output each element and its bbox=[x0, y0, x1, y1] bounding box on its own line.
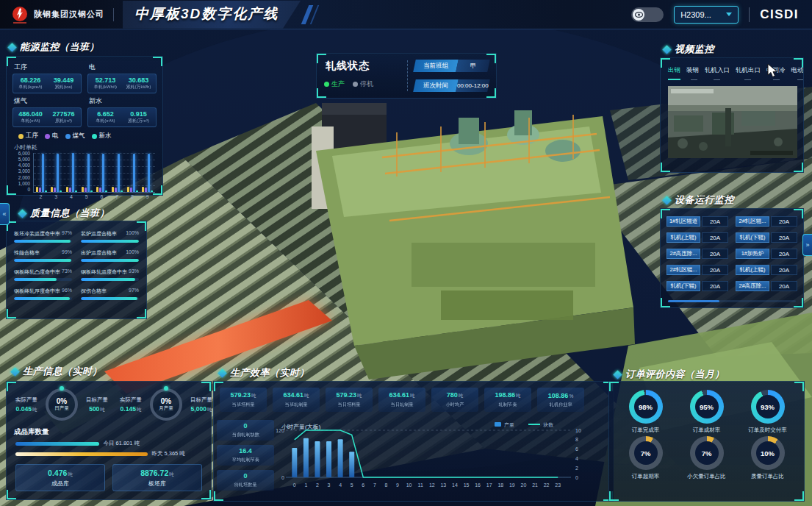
production-panel: 实际产量 0.045吨 0% 日产量 目标产量 500吨 实际产量 0.145吨… bbox=[6, 381, 212, 500]
ring-gauge: 0% 日产量 bbox=[46, 388, 78, 421]
y-axis: 6,0005,0004,0003,0002,0001,0000 bbox=[11, 151, 30, 192]
slab-stock-card[interactable]: 8876.72吨 板坯库 bbox=[112, 464, 202, 491]
orders-panel: 98%订单完成率 95%订单成材率 93%订单及时交付率 7%订单超期率 7%小… bbox=[608, 381, 805, 502]
tab-camera[interactable]: 轧机出口 bbox=[736, 66, 761, 80]
chevron-down-icon bbox=[726, 13, 732, 16]
svg-text:块数: 块数 bbox=[542, 422, 554, 427]
donut-chart: 10% bbox=[751, 436, 785, 470]
svg-text:11: 11 bbox=[418, 482, 423, 488]
device-row: 轧机(下辊)20A bbox=[667, 281, 728, 291]
stat-card: 198.86吨轧制节奏 bbox=[484, 388, 531, 412]
svg-text:8: 8 bbox=[575, 437, 578, 442]
svg-text:10: 10 bbox=[575, 428, 581, 433]
tab-camera[interactable]: 中间冷 bbox=[766, 66, 786, 80]
quality-metric: 钢板终轧温度命中率93% bbox=[81, 268, 139, 281]
x-axis: 23456789 bbox=[33, 194, 155, 199]
heat-number-value: H2309... bbox=[680, 10, 711, 19]
stat-card: 0待轧坯数量 bbox=[217, 470, 274, 491]
donut-chart: 98% bbox=[629, 390, 663, 424]
horizontal-scrollbar[interactable] bbox=[668, 300, 796, 302]
efficiency-side-stats: 0当前轧制块数 16.4平均轧制节奏 0待轧坯数量 bbox=[217, 420, 274, 491]
tab-camera[interactable]: 轧机入口 bbox=[705, 66, 730, 80]
device-row: 2#高压除...20A bbox=[667, 249, 728, 259]
donut-chart: 93% bbox=[751, 390, 785, 424]
efficiency-stats-row: 579.23吨当班坯料量 634.61吨当班轧制量 579.23吨当日坯料量 6… bbox=[214, 382, 613, 412]
stat-card: 108.86%轧机作业率 bbox=[537, 388, 584, 412]
donut-chart: 7% bbox=[690, 436, 724, 470]
svg-text:产量: 产量 bbox=[504, 422, 514, 427]
svg-text:12: 12 bbox=[429, 482, 435, 488]
energy-group-water: 新水 6.652单耗(m³/t) 0.915累耗(万m³) bbox=[87, 95, 157, 127]
diamond-icon bbox=[662, 45, 672, 54]
line-status-panel: 轧线状态 生产 停机 当前班组 甲 班次时间 00:00-12:00 bbox=[316, 53, 497, 99]
svg-text:4: 4 bbox=[575, 456, 578, 461]
order-gauge: 95%订单成材率 bbox=[676, 390, 737, 434]
svg-text:10: 10 bbox=[406, 482, 412, 488]
ring-gauge: 0% 月产量 bbox=[150, 388, 182, 421]
svg-text:4: 4 bbox=[339, 482, 342, 488]
eye-icon bbox=[633, 9, 644, 21]
top-header: 陕钢集团汉钢公司 中厚板3D数字化产线 H2309... CISDI bbox=[0, 0, 812, 29]
legend-item[interactable]: 新水 bbox=[92, 132, 112, 140]
svg-text:21: 21 bbox=[532, 482, 538, 488]
energy-chart-legend: 工序 电 煤气 新水 bbox=[7, 127, 162, 140]
cisdi-logo: CISDI bbox=[760, 7, 799, 22]
device-row: 2#轧区辊...20A bbox=[736, 216, 797, 227]
svg-text:15: 15 bbox=[464, 482, 470, 488]
diamond-icon bbox=[18, 209, 27, 218]
energy-group-gas: 煤气 486.040单耗(m³/t) 277576累耗(m³) bbox=[12, 95, 82, 127]
hourly-output-chart: 0123456789101112131415161718192021222312… bbox=[276, 420, 610, 498]
camera-feed[interactable] bbox=[668, 86, 797, 158]
devices-panel-title: 设备运行监控 bbox=[664, 193, 734, 207]
energy-panel-title: 能源监控（当班） bbox=[9, 40, 99, 54]
svg-text:1: 1 bbox=[304, 482, 307, 488]
stat-card: 579.23吨当班坯料量 bbox=[220, 388, 267, 412]
diamond-icon bbox=[613, 370, 622, 380]
finished-stock-card[interactable]: 0.476吨 成品库 bbox=[15, 464, 105, 491]
tab-camera[interactable]: 装钢 bbox=[686, 66, 699, 80]
energy-chart-label: 小时单耗 bbox=[14, 143, 162, 152]
svg-text:19: 19 bbox=[509, 482, 515, 488]
stat-card: 16.4平均轧制节奏 bbox=[217, 445, 274, 466]
monthly-output-gauge: 实际产量 0.145吨 0% 月产量 目标产量 5,000吨 bbox=[114, 388, 218, 421]
shift-time-button[interactable]: 班次时间 00:00-12:00 bbox=[413, 79, 490, 92]
camera-tabs: 出钢 装钢 轧机入口 轧机出口 中间冷 电动热 bbox=[661, 58, 803, 80]
shift-team-button[interactable]: 当前班组 甲 bbox=[413, 60, 490, 72]
donut-chart: 95% bbox=[690, 390, 724, 424]
visibility-toggle[interactable] bbox=[631, 7, 664, 22]
collapse-left-tab[interactable]: « bbox=[0, 203, 10, 225]
legend-item[interactable]: 电 bbox=[45, 132, 59, 140]
legend-item[interactable]: 煤气 bbox=[65, 132, 85, 140]
svg-text:0: 0 bbox=[293, 482, 296, 488]
diamond-icon bbox=[10, 367, 20, 377]
order-gauge: 7%小欠量订单占比 bbox=[676, 436, 737, 480]
stock-bar-today: 今日 61.801 吨 bbox=[15, 440, 211, 447]
quality-metric: 装炉温度合格率100% bbox=[81, 230, 139, 243]
tab-camera[interactable]: 出钢 bbox=[668, 66, 680, 80]
svg-text:22: 22 bbox=[544, 482, 550, 488]
video-panel: 出钢 装钢 轧机入口 轧机出口 中间冷 电动热 bbox=[660, 57, 804, 173]
svg-text:0: 0 bbox=[281, 475, 284, 480]
quality-metric: 探伤合格率97% bbox=[81, 288, 139, 300]
order-gauge: 10%质量订单占比 bbox=[737, 436, 798, 480]
heat-number-select[interactable]: H2309... bbox=[674, 6, 739, 24]
header-divider bbox=[749, 7, 750, 22]
scrollbar-thumb[interactable] bbox=[668, 300, 719, 302]
collapse-right-tab[interactable]: » bbox=[802, 234, 812, 256]
line-status-title: 轧线状态 bbox=[326, 60, 400, 73]
svg-text:0: 0 bbox=[575, 475, 578, 480]
device-row: 轧机(下辊)20A bbox=[736, 232, 797, 243]
efficiency-panel-title: 生产效率（实时） bbox=[219, 366, 309, 380]
tab-camera[interactable]: 电动热 bbox=[791, 66, 804, 80]
legend-production: 生产 bbox=[324, 79, 345, 89]
legend-item[interactable]: 工序 bbox=[18, 132, 38, 140]
stock-title: 成品库数量 bbox=[14, 427, 211, 437]
svg-text:13: 13 bbox=[440, 482, 446, 488]
divider bbox=[407, 60, 408, 91]
svg-text:9: 9 bbox=[396, 482, 399, 488]
device-row: 轧机(上辊)20A bbox=[667, 232, 728, 243]
quality-metric: 钢板终轧凸度命中率73% bbox=[14, 268, 72, 281]
svg-text:6: 6 bbox=[575, 446, 578, 452]
bar-plot bbox=[33, 153, 155, 193]
daily-output-gauge: 实际产量 0.045吨 0% 日产量 目标产量 500吨 bbox=[10, 388, 114, 421]
